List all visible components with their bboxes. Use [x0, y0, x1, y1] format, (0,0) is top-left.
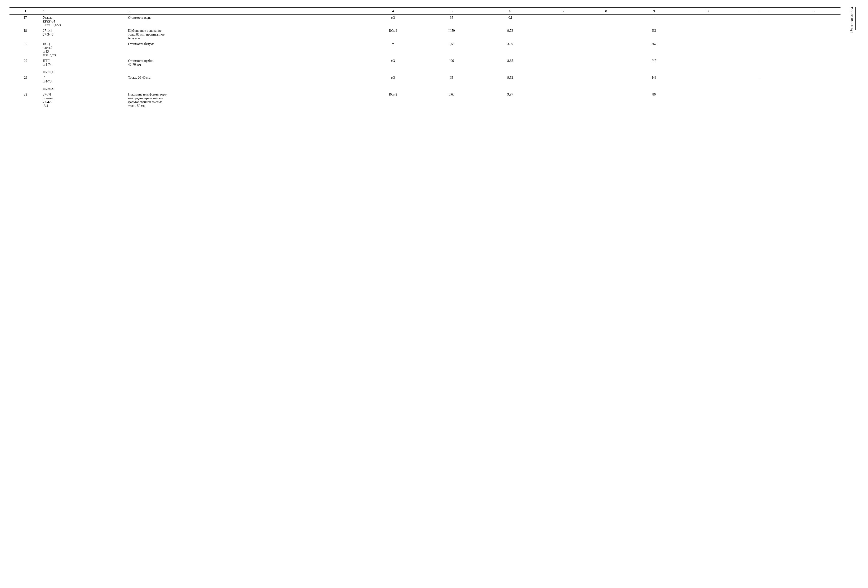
side-label: Т.П.Р.501-07-5.84 — [850, 7, 856, 29]
row-col12 — [787, 41, 840, 58]
row-col6: 9,73 — [478, 28, 542, 41]
row-num: 2I — [9, 75, 41, 92]
page-number: 15 — [847, 29, 859, 33]
row-col10 — [681, 58, 734, 75]
row-unit: т — [361, 41, 425, 58]
th-col11: II — [734, 7, 787, 15]
row-desc: Стоимость битума — [127, 41, 361, 58]
th-col10: IO — [681, 7, 734, 15]
row-col12 — [787, 28, 840, 41]
row-col5: II,59 — [425, 28, 478, 41]
row-desc: То же, 20-40 мм — [127, 75, 361, 92]
row-col11 — [734, 15, 787, 28]
row-col8 — [585, 75, 627, 92]
row-col7 — [542, 75, 585, 92]
th-col8: 8 — [585, 7, 627, 15]
row-num: I7 — [9, 15, 41, 28]
th-col4: 4 — [361, 7, 425, 15]
row-num: I8 — [9, 28, 41, 41]
table-row: 22 27-I7I примеч. 27-42- -3,4 Покрытие п… — [9, 92, 840, 109]
th-col9: 9 — [627, 7, 681, 15]
row-unit: I00м2 — [361, 28, 425, 41]
row-ref: Указ.к ЕРЕР-84 п.2.22 • II,62x3 — [41, 15, 127, 28]
th-col1: I — [9, 7, 41, 15]
row-col11: - — [734, 75, 787, 92]
row-col10 — [681, 92, 734, 109]
row-col6: 9,97 — [478, 92, 542, 109]
row-col7 — [542, 15, 585, 28]
row-col5: 9,55 — [425, 41, 478, 58]
row-col10 — [681, 75, 734, 92]
row-col7 — [542, 41, 585, 58]
row-col5: I5 — [425, 75, 478, 92]
row-ref: ЦСЦ часть I п.43 II,59x0,824 — [41, 41, 127, 58]
row-col11 — [734, 92, 787, 109]
th-col2: 2 — [41, 7, 127, 15]
th-col5: 5 — [425, 7, 478, 15]
row-col5: 35 — [425, 15, 478, 28]
row-ref: ЦТП п.4-74 II,59x9,I8 — [41, 58, 127, 75]
page-container: I 2 3 4 5 6 7 8 9 IO II I2 I7 — [9, 7, 859, 109]
row-col5: 8,63 — [425, 92, 478, 109]
row-unit: м3 — [361, 15, 425, 28]
row-unit: I00м2 — [361, 92, 425, 109]
row-col6: 37,9 — [478, 41, 542, 58]
row-col12 — [787, 75, 840, 92]
row-col11 — [734, 41, 787, 58]
right-panel: Т.П.Р.501-07-5.84 15 — [847, 7, 859, 109]
row-unit: м3 — [361, 75, 425, 92]
row-num: 22 — [9, 92, 41, 109]
row-desc: Стоимость щебня 40-70 мм — [127, 58, 361, 75]
row-col8 — [585, 28, 627, 41]
th-col3: 3 — [127, 7, 361, 15]
row-col5: I06 — [425, 58, 478, 75]
table-row: I7 Указ.к ЕРЕР-84 п.2.22 • II,62x3 Стоим… — [9, 15, 840, 28]
row-ref: 27-144 27-34-6 — [41, 28, 127, 41]
row-col11 — [734, 58, 787, 75]
main-table: I 2 3 4 5 6 7 8 9 IO II I2 I7 — [9, 7, 840, 109]
row-num: ·I9 — [9, 41, 41, 58]
row-col10 — [681, 15, 734, 28]
row-ref: -"- п.4-73 II,59xI,28 — [41, 75, 127, 92]
row-col9: I43 — [627, 75, 681, 92]
row-desc: Щебеночное основание толщ.80 мм, пропита… — [127, 28, 361, 41]
row-ref: 27-I7I примеч. 27-42- -3,4 — [41, 92, 127, 109]
row-col6: 9,52 — [478, 75, 542, 92]
row-col9: 362 — [627, 41, 681, 58]
row-col12 — [787, 92, 840, 109]
row-col12 — [787, 58, 840, 75]
main-content: I 2 3 4 5 6 7 8 9 IO II I2 I7 — [9, 7, 847, 109]
row-col6: 8,65 — [478, 58, 542, 75]
row-col7 — [542, 92, 585, 109]
header-row: I 2 3 4 5 6 7 8 9 IO II I2 — [9, 7, 840, 15]
table-row: ·I9 ЦСЦ часть I п.43 II,59x0,824 Стоимос… — [9, 41, 840, 58]
row-col9: 86 — [627, 92, 681, 109]
th-col12: I2 — [787, 7, 840, 15]
row-desc: Покрытие платформы горя- чей среднезерни… — [127, 92, 361, 109]
row-col9: - — [627, 15, 681, 28]
row-col12 — [787, 15, 840, 28]
row-col7 — [542, 28, 585, 41]
row-col10 — [681, 41, 734, 58]
table-row: 20 ЦТП п.4-74 II,59x9,I8 Стоимость щебня… — [9, 58, 840, 75]
table-row: 2I -"- п.4-73 II,59xI,28 То же, 20-40 мм… — [9, 75, 840, 92]
row-col8 — [585, 15, 627, 28]
row-col7 — [542, 58, 585, 75]
row-col8 — [585, 92, 627, 109]
th-col6: 6 — [478, 7, 542, 15]
row-unit: м3 — [361, 58, 425, 75]
row-desc: Стоимость воды — [127, 15, 361, 28]
row-col9: 9I7 — [627, 58, 681, 75]
row-num: 20 — [9, 58, 41, 75]
row-col8 — [585, 41, 627, 58]
row-col11 — [734, 28, 787, 41]
table-row: I8 27-144 27-34-6 Щебеночное основание т… — [9, 28, 840, 41]
row-col6: 0,I — [478, 15, 542, 28]
row-col10 — [681, 28, 734, 41]
row-col8 — [585, 58, 627, 75]
row-col9: II3 — [627, 28, 681, 41]
th-col7: 7 — [542, 7, 585, 15]
